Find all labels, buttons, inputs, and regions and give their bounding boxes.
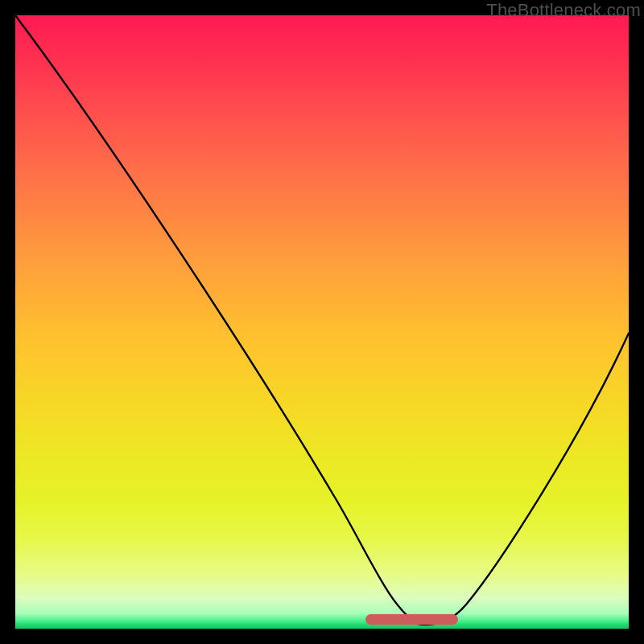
chart-curve xyxy=(15,15,629,629)
watermark-text: TheBottleneck.com xyxy=(486,0,641,21)
chart-curve-path xyxy=(15,15,629,625)
optimal-range-marker xyxy=(365,614,458,625)
chart-frame xyxy=(15,15,629,629)
